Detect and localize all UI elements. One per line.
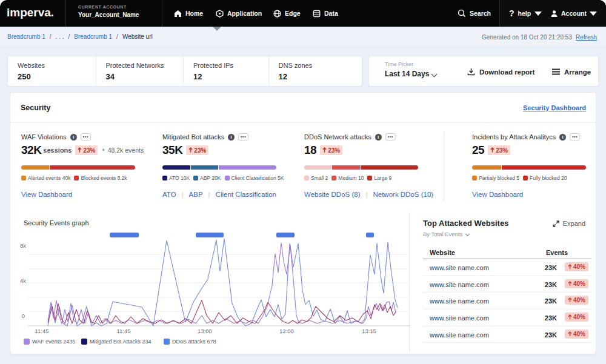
svg-text:11:45: 11:45 bbox=[35, 328, 48, 334]
svg-text:DDoS attacks 678: DDoS attacks 678 bbox=[172, 339, 216, 345]
svg-text:11:45: 11:45 bbox=[116, 328, 130, 334]
svg-text:0: 0 bbox=[22, 313, 25, 319]
svg-text:Mitigated Bot Attacks 234: Mitigated Bot Attacks 234 bbox=[90, 339, 152, 345]
svg-text:13:15: 13:15 bbox=[362, 328, 376, 334]
svg-text:4k: 4k bbox=[20, 277, 26, 284]
svg-text:Security Events graph: Security Events graph bbox=[24, 219, 89, 227]
svg-text:12:00: 12:00 bbox=[279, 328, 294, 334]
svg-text:8k: 8k bbox=[20, 242, 26, 249]
svg-text:13:00: 13:00 bbox=[198, 328, 212, 334]
svg-text:WAF events 2435: WAF events 2435 bbox=[32, 339, 75, 345]
